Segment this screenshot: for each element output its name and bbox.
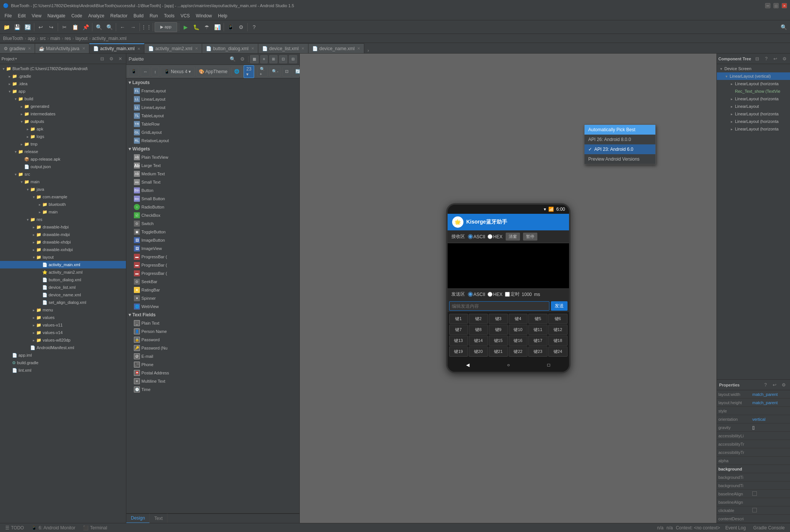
key-17[interactable]: 键17 <box>528 336 548 346</box>
palette-radiobutton[interactable]: ○ RadioButton <box>126 203 299 211</box>
comp-tree-undo-btn[interactable]: ↩ <box>771 55 779 63</box>
debug-button[interactable]: 🐛 <box>191 22 201 32</box>
tree-apk-file[interactable]: ▸ 📦 app-release.apk <box>0 155 126 163</box>
key-2[interactable]: 键2 <box>469 314 488 324</box>
design-icon-btn[interactable]: ⊞ <box>269 55 278 63</box>
tree-build[interactable]: ▾ 📁 build <box>0 95 126 103</box>
tab-design[interactable]: Design <box>126 514 150 523</box>
tree-device-name[interactable]: ▸ 📄 device_name.xml <box>0 291 126 299</box>
key-16[interactable]: 键16 <box>509 336 528 346</box>
menu-refactor[interactable]: Refactor <box>107 12 130 19</box>
palette-framelayout[interactable]: FL FrameLayout <box>126 87 299 95</box>
close-button[interactable]: ✕ <box>782 3 787 8</box>
send-ascii-radio[interactable]: ASCII <box>468 292 485 297</box>
close-panel-btn[interactable]: ✕ <box>116 55 124 63</box>
key-14[interactable]: 键14 <box>469 336 488 346</box>
tab-device-list[interactable]: 📄 device_list.xml ✕ <box>258 43 308 53</box>
nav-recent-icon[interactable]: □ <box>548 362 550 368</box>
maximize-button[interactable]: □ <box>773 3 779 8</box>
palette-email[interactable]: @ E-mail <box>126 352 299 360</box>
tab-button-dialog-close[interactable]: ✕ <box>251 46 254 51</box>
prop-clickable-val[interactable] <box>752 508 788 513</box>
props-help-btn[interactable]: ? <box>761 381 770 389</box>
layouts-section-header[interactable]: ▾ Layouts <box>126 78 299 87</box>
palette-webview[interactable]: 🌐 WebView <box>126 302 299 311</box>
tree-logs[interactable]: ▸ 📁 logs <box>0 133 126 140</box>
palette-gridlayout[interactable]: GL GridLayout <box>126 128 299 136</box>
project-dropdown-icon[interactable]: ▾ <box>15 57 17 61</box>
key-11[interactable]: 键11 <box>528 325 548 335</box>
clear-button[interactable]: 清窗 <box>506 233 520 241</box>
tree-outputs[interactable]: ▾ 📁 outputs <box>0 118 126 125</box>
tree-tmp[interactable]: ▸ 📁 tmp <box>0 140 126 148</box>
key-21[interactable]: 键21 <box>489 346 508 357</box>
props-filter-btn[interactable]: ⚙ <box>779 381 788 389</box>
key-13[interactable]: 键13 <box>449 336 468 346</box>
tree-bluetooth[interactable]: ▸ 📁 bluetooth <box>0 201 126 208</box>
palette-ratingbar[interactable]: ★ RatingBar <box>126 286 299 294</box>
tab-mainactivity[interactable]: ☕ MainActivity.java ✕ <box>35 43 89 53</box>
android-monitor-btn[interactable]: 📱 6: Android Monitor <box>29 525 77 531</box>
zoom-in-btn[interactable]: 🔍+ <box>257 67 268 77</box>
more-tabs-button[interactable]: › <box>364 48 372 53</box>
palette-imagebutton[interactable]: 🖼 ImageButton <box>126 236 299 244</box>
comp-tree-help-btn[interactable]: ? <box>762 55 770 63</box>
tab-mainactivity-close[interactable]: ✕ <box>82 46 85 51</box>
prop-gravity-val[interactable]: [] <box>752 425 788 430</box>
prop-layout-height-val[interactable]: match_parent <box>752 400 788 405</box>
comp-linearlayout[interactable]: ▾ LinearLayout (vertical) <box>717 72 790 80</box>
prop-orientation-val[interactable]: vertical <box>752 417 788 422</box>
comp-tree-expand-btn[interactable]: ⊟ <box>753 55 761 63</box>
new-button[interactable]: 📁 <box>2 22 11 32</box>
tree-generated[interactable]: ▸ 📁 generated <box>0 103 126 110</box>
prop-layout-width-val[interactable]: match_parent <box>752 392 788 397</box>
key-10[interactable]: 键10 <box>509 325 528 335</box>
palette-time[interactable]: 🕒 Time <box>126 385 299 394</box>
palette-togglebutton[interactable]: ▣ ToggleButton <box>126 228 299 236</box>
nav-back-button[interactable]: ← <box>118 22 127 32</box>
tree-menu[interactable]: ▸ 📁 menu <box>0 306 126 314</box>
key-6[interactable]: 键6 <box>548 314 568 324</box>
send-timer-radio[interactable]: 定时 <box>505 291 520 297</box>
phone-icon-btn[interactable]: 📱 <box>129 67 139 77</box>
app-config-btn[interactable]: ▶ app <box>155 22 177 32</box>
palette-progressbar-1[interactable]: ▬ ProgressBar ( <box>126 253 299 261</box>
comp-linearlayout-h1[interactable]: ▸ LinearLayout (horizonta <box>717 80 790 87</box>
tree-idea[interactable]: ▸ 📁 .idea <box>0 80 126 87</box>
tab-gradlew[interactable]: ⚙ gradlew ✕ <box>0 43 35 53</box>
tree-output-json[interactable]: ▸ 📄 output.json <box>0 163 126 170</box>
menu-tools[interactable]: Tools <box>161 12 178 19</box>
tree-apk[interactable]: ▸ 📁 apk <box>0 125 126 133</box>
key-8[interactable]: 键8 <box>469 325 488 335</box>
tab-device-list-close[interactable]: ✕ <box>301 46 304 51</box>
tree-set-align[interactable]: ▸ 📄 set_align_dialog.xml <box>0 299 126 306</box>
menu-code[interactable]: Code <box>68 12 85 19</box>
key-12[interactable]: 键12 <box>548 325 568 335</box>
menu-build[interactable]: Build <box>130 12 147 19</box>
prop-baseline-align1-val[interactable] <box>752 491 788 497</box>
replace-button[interactable]: 🔍 <box>104 22 114 32</box>
key-22[interactable]: 键22 <box>509 346 528 357</box>
undo-button[interactable]: ↩ <box>36 22 46 32</box>
tab-button-dialog[interactable]: 📄 button_dialog.xml ✕ <box>202 43 258 53</box>
menu-window[interactable]: Window <box>193 12 215 19</box>
send-button[interactable]: 发送 <box>551 301 568 311</box>
settings-btn[interactable]: ⚙ <box>107 55 115 63</box>
api-popup-23[interactable]: ✓ API 23: Android 6.0 <box>584 144 655 154</box>
palette-person-name[interactable]: 👤 Person Name <box>126 327 299 336</box>
landscape-btn[interactable]: ↔ <box>141 67 150 77</box>
tree-app-iml[interactable]: ▸ 📄 app.iml <box>0 351 126 359</box>
palette-password-numeric[interactable]: 🔑 Password (Nu <box>126 344 299 352</box>
tree-src[interactable]: ▾ 📁 src <box>0 170 126 178</box>
tree-activity-main2[interactable]: ▸ ⭐ activity_main2.xml <box>0 268 126 276</box>
tree-com-example[interactable]: ▾ 📁 com.example <box>0 193 126 201</box>
design-list-btn[interactable]: ≡ <box>260 55 268 63</box>
baseline-align-checkbox[interactable] <box>752 491 757 496</box>
api-popup-26[interactable]: API 26: Android 8.0.0 <box>584 135 655 144</box>
palette-imageview[interactable]: 🖼 ImageView <box>126 244 299 253</box>
menu-help[interactable]: Help <box>215 12 230 19</box>
menu-vcs[interactable]: VCS <box>178 12 193 19</box>
key-5[interactable]: 键5 <box>528 314 548 324</box>
comp-linearlayout-h5[interactable]: ▸ LinearLayout (horizonta <box>717 125 790 133</box>
terminal-btn[interactable]: ⬛ Terminal <box>81 525 109 531</box>
